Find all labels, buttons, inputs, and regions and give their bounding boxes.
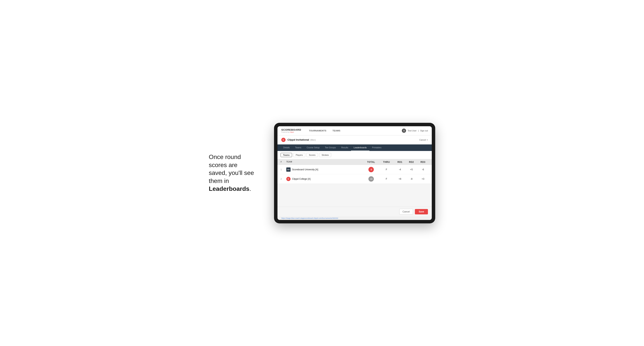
logo-text: SCOREBOARD [281, 128, 301, 131]
row2-thru: F [379, 177, 394, 180]
logo-powered: Powered by clippd [281, 131, 301, 133]
row1-rd1: -4 [394, 168, 406, 171]
leaderboard-table: # TEAM TOTAL THRU RD1 RD2 RD3 1 SU Score… [278, 159, 432, 184]
row1-rank: 1 [280, 169, 286, 171]
cancel-label: Cancel [419, 139, 426, 141]
sidebar-line1: Once round [209, 154, 241, 160]
top-nav: SCOREBOARD Powered by clippd TOURNAMENTS… [278, 126, 432, 136]
pipe: | [418, 130, 419, 132]
col-total: TOTAL [364, 161, 379, 164]
filter-bar: Teams Players Scores Strokes [278, 151, 432, 159]
header-cancel-button[interactable]: Cancel × [419, 139, 428, 141]
sidebar-line3: saved, you'll see [209, 169, 254, 176]
nav-tournaments[interactable]: TOURNAMENTS [306, 127, 330, 136]
sidebar-line5-bold: Leaderboards [209, 185, 250, 192]
table-header: # TEAM TOTAL THRU RD1 RD2 RD3 [278, 159, 432, 165]
col-thru: THRU [379, 161, 394, 164]
row1-total-cell: -5 [364, 167, 379, 172]
url-text: https://stage-blue-coach.stagescoreboard… [281, 217, 338, 219]
logo-brand: clippd [290, 131, 294, 133]
save-button[interactable]: Save [415, 209, 428, 214]
tab-leaderboards[interactable]: Leaderboards [351, 145, 370, 151]
row1-thru: F [379, 168, 394, 171]
user-avatar: S [402, 129, 406, 133]
row2-team-cell: C Clippd College [A] [286, 177, 364, 181]
cancel-button[interactable]: Cancel [399, 209, 413, 215]
filter-players[interactable]: Players [293, 153, 305, 157]
sidebar-period: . [250, 185, 251, 192]
tournament-header: C Clippd Invitational (Men) Cancel × [278, 136, 432, 145]
sidebar-line2: scores are [209, 162, 237, 169]
row2-total-cell: +3 [364, 176, 379, 182]
row2-rd3: +3 [417, 177, 429, 180]
sidebar-text: Once round scores are saved, you'll see … [209, 153, 262, 193]
tab-printables[interactable]: Printables [370, 145, 384, 151]
tab-course-setup[interactable]: Course Setup [304, 145, 322, 151]
tab-teams[interactable]: Teams [292, 145, 304, 151]
sign-out-link[interactable]: Sign out [420, 130, 428, 132]
row2-rd2: -8 [406, 177, 417, 180]
url-bar: https://stage-blue-coach.stagescoreboard… [278, 216, 432, 220]
col-rd1: RD1 [394, 161, 406, 164]
tournament-title: Clippd Invitational [288, 138, 309, 141]
filter-teams[interactable]: Teams [280, 153, 292, 157]
bottom-bar: Cancel Save [278, 207, 432, 216]
tab-tee-groups[interactable]: Tee Groups [322, 145, 338, 151]
tournament-logo: C [281, 138, 286, 142]
tablet-screen: SCOREBOARD Powered by clippd TOURNAMENTS… [278, 126, 432, 220]
row1-rd3: -6 [417, 168, 429, 171]
filter-strokes[interactable]: Strokes [319, 153, 331, 157]
col-rank: # [280, 161, 286, 164]
filter-scores[interactable]: Scores [306, 153, 318, 157]
tab-results[interactable]: Results [338, 145, 351, 151]
logo-area: SCOREBOARD Powered by clippd [281, 128, 301, 133]
sidebar-line4: them in [209, 177, 229, 184]
tablet-device: SCOREBOARD Powered by clippd TOURNAMENTS… [274, 123, 435, 223]
row2-rd1: +8 [394, 177, 406, 180]
nav-links: TOURNAMENTS TEAMS [306, 126, 344, 135]
row2-rank: 2 [280, 178, 286, 180]
table-row: 1 SU Scoreboard University [A] -5 F -4 +… [278, 165, 432, 174]
nav-right: S Test User | Sign out [402, 129, 428, 133]
row1-total-badge: -5 [368, 167, 374, 172]
row1-team-logo: SU [286, 168, 290, 172]
row2-team-name: Clippd College [A] [292, 177, 310, 180]
close-icon: × [427, 139, 428, 141]
col-rd2: RD2 [406, 161, 417, 164]
user-name: Test User [408, 130, 416, 132]
table-row: 2 C Clippd College [A] +3 F +8 -8 +3 [278, 174, 432, 184]
row1-team-cell: SU Scoreboard University [A] [286, 168, 364, 172]
nav-teams[interactable]: TEAMS [330, 127, 344, 136]
sub-nav: Details Teams Course Setup Tee Groups Re… [278, 145, 432, 151]
col-team: TEAM [286, 161, 364, 164]
page-wrapper: Once round scores are saved, you'll see … [188, 123, 456, 223]
row1-rd2: +5 [406, 168, 417, 171]
row1-team-name: Scoreboard University [A] [292, 168, 318, 171]
tab-details[interactable]: Details [280, 145, 292, 151]
row2-team-logo: C [286, 177, 290, 181]
row2-total-badge: +3 [368, 176, 374, 182]
tournament-subtitle: (Men) [310, 139, 316, 141]
col-rd3: RD3 [417, 161, 429, 164]
